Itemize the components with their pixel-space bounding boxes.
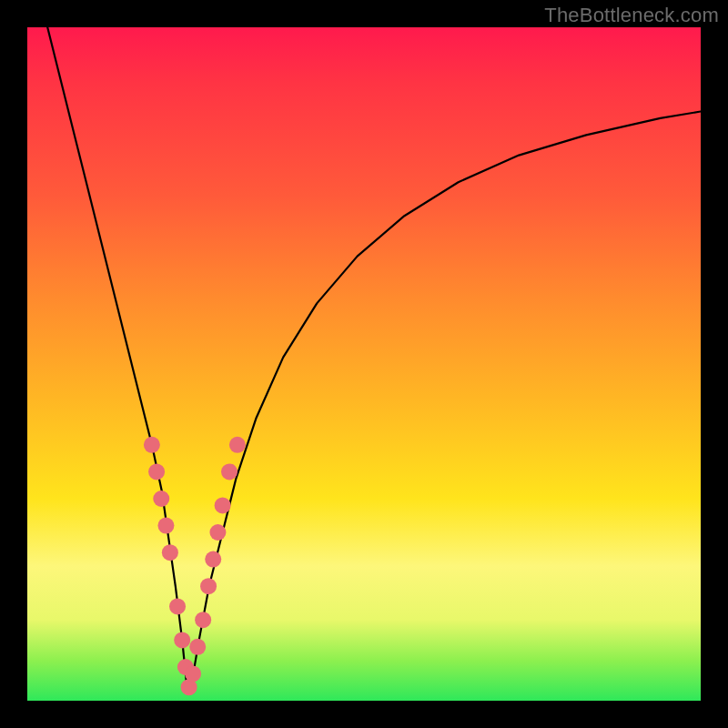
- curve-marker: [205, 551, 221, 568]
- curve-marker: [189, 639, 206, 655]
- bottleneck-curve: [47, 27, 701, 687]
- curve-marker: [153, 490, 169, 507]
- curve-marker: [157, 518, 174, 534]
- chart-frame: TheBottleneck.com: [0, 0, 728, 728]
- bottleneck-curve-path: [47, 27, 701, 687]
- curve-marker: [185, 665, 201, 682]
- curve-marker: [229, 437, 246, 453]
- curve-marker: [169, 598, 186, 614]
- curve-markers: [144, 437, 246, 695]
- curve-marker: [221, 463, 238, 480]
- curve-marker: [209, 524, 226, 541]
- watermark-text: TheBottleneck.com: [544, 4, 719, 27]
- curve-marker: [200, 578, 217, 594]
- curve-marker: [144, 437, 160, 453]
- curve-marker: [215, 497, 231, 513]
- curve-marker: [195, 612, 211, 628]
- curve-marker: [148, 463, 165, 480]
- curve-marker: [162, 544, 178, 561]
- chart-svg: [27, 27, 701, 701]
- curve-marker: [174, 632, 190, 648]
- chart-plot-area: [27, 27, 701, 701]
